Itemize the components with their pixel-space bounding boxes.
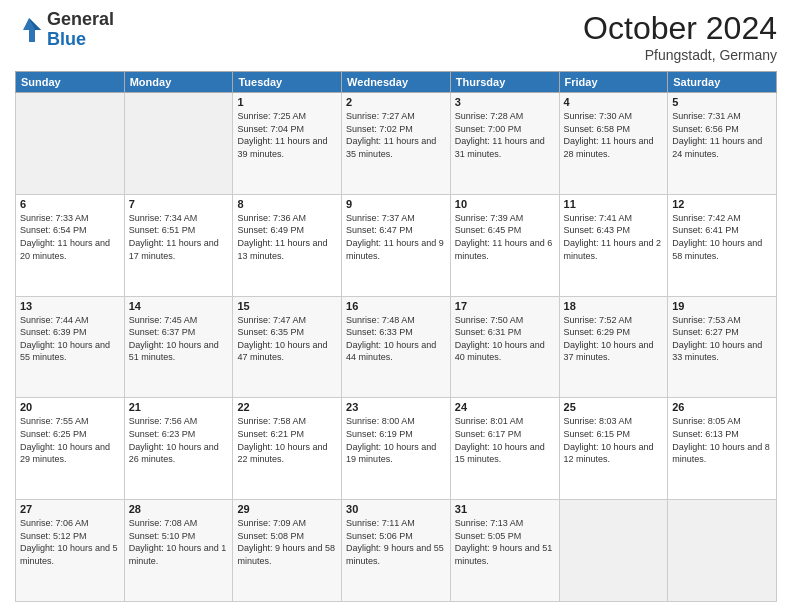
day-info: Sunrise: 7:39 AM Sunset: 6:45 PM Dayligh… xyxy=(455,212,555,262)
calendar-table: Sunday Monday Tuesday Wednesday Thursday… xyxy=(15,71,777,602)
day-info: Sunrise: 8:03 AM Sunset: 6:15 PM Dayligh… xyxy=(564,415,664,465)
day-number: 16 xyxy=(346,300,446,312)
table-row xyxy=(16,93,125,195)
table-row: 21Sunrise: 7:56 AM Sunset: 6:23 PM Dayli… xyxy=(124,398,233,500)
day-number: 12 xyxy=(672,198,772,210)
col-saturday: Saturday xyxy=(668,72,777,93)
day-number: 11 xyxy=(564,198,664,210)
col-wednesday: Wednesday xyxy=(342,72,451,93)
table-row: 6Sunrise: 7:33 AM Sunset: 6:54 PM Daylig… xyxy=(16,194,125,296)
calendar-week-1: 1Sunrise: 7:25 AM Sunset: 7:04 PM Daylig… xyxy=(16,93,777,195)
day-number: 20 xyxy=(20,401,120,413)
day-number: 31 xyxy=(455,503,555,515)
day-info: Sunrise: 7:34 AM Sunset: 6:51 PM Dayligh… xyxy=(129,212,229,262)
table-row: 10Sunrise: 7:39 AM Sunset: 6:45 PM Dayli… xyxy=(450,194,559,296)
logo-icon xyxy=(15,16,43,44)
table-row: 18Sunrise: 7:52 AM Sunset: 6:29 PM Dayli… xyxy=(559,296,668,398)
month-title: October 2024 xyxy=(583,10,777,47)
logo-blue-text: Blue xyxy=(47,29,86,49)
day-number: 28 xyxy=(129,503,229,515)
table-row: 23Sunrise: 8:00 AM Sunset: 6:19 PM Dayli… xyxy=(342,398,451,500)
col-monday: Monday xyxy=(124,72,233,93)
table-row: 5Sunrise: 7:31 AM Sunset: 6:56 PM Daylig… xyxy=(668,93,777,195)
day-info: Sunrise: 7:45 AM Sunset: 6:37 PM Dayligh… xyxy=(129,314,229,364)
day-number: 7 xyxy=(129,198,229,210)
calendar-week-2: 6Sunrise: 7:33 AM Sunset: 6:54 PM Daylig… xyxy=(16,194,777,296)
col-sunday: Sunday xyxy=(16,72,125,93)
col-friday: Friday xyxy=(559,72,668,93)
table-row: 1Sunrise: 7:25 AM Sunset: 7:04 PM Daylig… xyxy=(233,93,342,195)
day-number: 15 xyxy=(237,300,337,312)
day-number: 26 xyxy=(672,401,772,413)
day-number: 30 xyxy=(346,503,446,515)
day-number: 2 xyxy=(346,96,446,108)
table-row xyxy=(668,500,777,602)
day-info: Sunrise: 7:33 AM Sunset: 6:54 PM Dayligh… xyxy=(20,212,120,262)
day-info: Sunrise: 7:37 AM Sunset: 6:47 PM Dayligh… xyxy=(346,212,446,262)
calendar-week-4: 20Sunrise: 7:55 AM Sunset: 6:25 PM Dayli… xyxy=(16,398,777,500)
table-row: 25Sunrise: 8:03 AM Sunset: 6:15 PM Dayli… xyxy=(559,398,668,500)
day-info: Sunrise: 7:42 AM Sunset: 6:41 PM Dayligh… xyxy=(672,212,772,262)
day-number: 18 xyxy=(564,300,664,312)
day-info: Sunrise: 7:56 AM Sunset: 6:23 PM Dayligh… xyxy=(129,415,229,465)
day-info: Sunrise: 7:11 AM Sunset: 5:06 PM Dayligh… xyxy=(346,517,446,567)
day-number: 14 xyxy=(129,300,229,312)
table-row: 17Sunrise: 7:50 AM Sunset: 6:31 PM Dayli… xyxy=(450,296,559,398)
day-number: 6 xyxy=(20,198,120,210)
day-info: Sunrise: 7:27 AM Sunset: 7:02 PM Dayligh… xyxy=(346,110,446,160)
calendar-week-3: 13Sunrise: 7:44 AM Sunset: 6:39 PM Dayli… xyxy=(16,296,777,398)
table-row: 29Sunrise: 7:09 AM Sunset: 5:08 PM Dayli… xyxy=(233,500,342,602)
day-info: Sunrise: 7:09 AM Sunset: 5:08 PM Dayligh… xyxy=(237,517,337,567)
table-row: 4Sunrise: 7:30 AM Sunset: 6:58 PM Daylig… xyxy=(559,93,668,195)
location-subtitle: Pfungstadt, Germany xyxy=(583,47,777,63)
title-block: October 2024 Pfungstadt, Germany xyxy=(583,10,777,63)
day-number: 24 xyxy=(455,401,555,413)
day-info: Sunrise: 7:58 AM Sunset: 6:21 PM Dayligh… xyxy=(237,415,337,465)
logo: General Blue xyxy=(15,10,114,50)
col-thursday: Thursday xyxy=(450,72,559,93)
day-info: Sunrise: 7:44 AM Sunset: 6:39 PM Dayligh… xyxy=(20,314,120,364)
day-number: 4 xyxy=(564,96,664,108)
table-row: 24Sunrise: 8:01 AM Sunset: 6:17 PM Dayli… xyxy=(450,398,559,500)
table-row: 26Sunrise: 8:05 AM Sunset: 6:13 PM Dayli… xyxy=(668,398,777,500)
table-row: 30Sunrise: 7:11 AM Sunset: 5:06 PM Dayli… xyxy=(342,500,451,602)
day-info: Sunrise: 7:48 AM Sunset: 6:33 PM Dayligh… xyxy=(346,314,446,364)
day-info: Sunrise: 7:13 AM Sunset: 5:05 PM Dayligh… xyxy=(455,517,555,567)
day-number: 25 xyxy=(564,401,664,413)
day-number: 17 xyxy=(455,300,555,312)
table-row: 27Sunrise: 7:06 AM Sunset: 5:12 PM Dayli… xyxy=(16,500,125,602)
day-number: 21 xyxy=(129,401,229,413)
day-number: 29 xyxy=(237,503,337,515)
day-info: Sunrise: 7:55 AM Sunset: 6:25 PM Dayligh… xyxy=(20,415,120,465)
day-info: Sunrise: 7:31 AM Sunset: 6:56 PM Dayligh… xyxy=(672,110,772,160)
table-row: 3Sunrise: 7:28 AM Sunset: 7:00 PM Daylig… xyxy=(450,93,559,195)
table-row: 13Sunrise: 7:44 AM Sunset: 6:39 PM Dayli… xyxy=(16,296,125,398)
day-number: 23 xyxy=(346,401,446,413)
day-number: 27 xyxy=(20,503,120,515)
day-number: 13 xyxy=(20,300,120,312)
day-info: Sunrise: 7:50 AM Sunset: 6:31 PM Dayligh… xyxy=(455,314,555,364)
day-info: Sunrise: 7:52 AM Sunset: 6:29 PM Dayligh… xyxy=(564,314,664,364)
table-row: 14Sunrise: 7:45 AM Sunset: 6:37 PM Dayli… xyxy=(124,296,233,398)
table-row: 20Sunrise: 7:55 AM Sunset: 6:25 PM Dayli… xyxy=(16,398,125,500)
table-row: 31Sunrise: 7:13 AM Sunset: 5:05 PM Dayli… xyxy=(450,500,559,602)
table-row: 8Sunrise: 7:36 AM Sunset: 6:49 PM Daylig… xyxy=(233,194,342,296)
col-tuesday: Tuesday xyxy=(233,72,342,93)
table-row: 9Sunrise: 7:37 AM Sunset: 6:47 PM Daylig… xyxy=(342,194,451,296)
day-number: 9 xyxy=(346,198,446,210)
table-row xyxy=(559,500,668,602)
day-number: 22 xyxy=(237,401,337,413)
calendar-header-row: Sunday Monday Tuesday Wednesday Thursday… xyxy=(16,72,777,93)
day-info: Sunrise: 7:30 AM Sunset: 6:58 PM Dayligh… xyxy=(564,110,664,160)
day-info: Sunrise: 8:00 AM Sunset: 6:19 PM Dayligh… xyxy=(346,415,446,465)
table-row xyxy=(124,93,233,195)
day-info: Sunrise: 7:53 AM Sunset: 6:27 PM Dayligh… xyxy=(672,314,772,364)
day-number: 1 xyxy=(237,96,337,108)
day-info: Sunrise: 7:25 AM Sunset: 7:04 PM Dayligh… xyxy=(237,110,337,160)
day-number: 5 xyxy=(672,96,772,108)
day-info: Sunrise: 7:28 AM Sunset: 7:00 PM Dayligh… xyxy=(455,110,555,160)
table-row: 22Sunrise: 7:58 AM Sunset: 6:21 PM Dayli… xyxy=(233,398,342,500)
table-row: 12Sunrise: 7:42 AM Sunset: 6:41 PM Dayli… xyxy=(668,194,777,296)
day-info: Sunrise: 7:06 AM Sunset: 5:12 PM Dayligh… xyxy=(20,517,120,567)
day-number: 19 xyxy=(672,300,772,312)
